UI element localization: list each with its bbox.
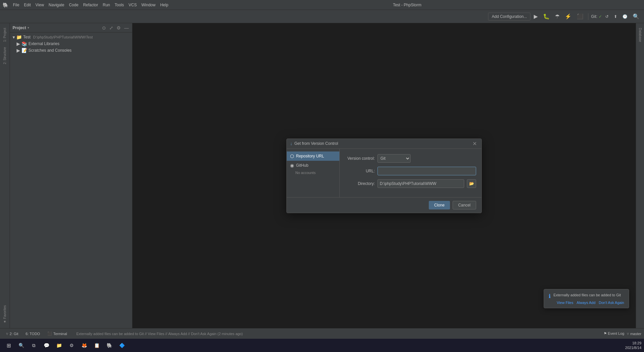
git-history-button[interactable]: 🕐 <box>620 13 629 20</box>
url-label: URL: <box>345 169 375 173</box>
always-add-link[interactable]: Always Add <box>576 301 595 305</box>
search-button[interactable]: 🔍 <box>15 340 27 351</box>
panel-close-button[interactable]: — <box>124 25 129 31</box>
database-panel-label[interactable]: Database <box>638 26 643 44</box>
bottom-tabs-bar: ⑂ 2: Git 6: TODO ⬛ Terminal Externally a… <box>0 328 644 339</box>
terminal-tab[interactable]: ⬛ Terminal <box>44 330 71 337</box>
notification-header: ℹ Externally added files can be added to… <box>549 293 624 299</box>
build-button[interactable]: ⬛ <box>575 12 585 21</box>
project-title-arrow[interactable]: ▾ <box>27 26 29 29</box>
panel-settings-button[interactable]: ⚙ <box>116 25 122 31</box>
start-button[interactable]: ⊞ <box>3 340 15 351</box>
coverage-button[interactable]: ☂ <box>553 12 562 21</box>
menu-navigate[interactable]: Navigate <box>47 2 66 8</box>
tree-item-test[interactable]: ▾ 📁 Test D:\phpStudy\PHPTutorial\WWW\Tes… <box>10 34 132 40</box>
url-row: URL: <box>345 167 476 175</box>
sidebar-item-favorites[interactable]: ★ Favorites <box>2 303 7 325</box>
time-display: 18:29 <box>625 341 641 345</box>
dialog-nav-repository-url[interactable]: ⬡ Repository URL <box>287 151 339 161</box>
taskbar-explorer[interactable]: 📁 <box>53 340 65 351</box>
taskbar-another-app[interactable]: 🔷 <box>116 340 128 351</box>
add-configuration-button[interactable]: Add Configuration... <box>488 13 530 21</box>
menu-vcs[interactable]: VCS <box>126 2 139 8</box>
tree-item-external-libraries[interactable]: ▶ 📚 External Libraries <box>10 40 132 47</box>
test-folder-icon: 📁 <box>16 34 22 40</box>
directory-label: Directory: <box>345 181 375 186</box>
dont-ask-again-link[interactable]: Don't Ask Again <box>599 301 624 305</box>
sidebar-item-structure[interactable]: 2: Structure <box>2 45 7 66</box>
debug-button[interactable]: 🐛 <box>541 12 552 21</box>
taskbar-firefox[interactable]: 🦊 <box>78 340 90 351</box>
profile-button[interactable]: ⚡ <box>563 12 573 21</box>
branch-name: master <box>630 332 641 336</box>
git-tab-label: 2: Git <box>10 332 18 336</box>
panel-expand-button[interactable]: ⤢ <box>109 25 114 31</box>
dialog-body: ⬡ Repository URL ◉ GitHub No accounts <box>287 149 481 197</box>
search-everywhere-button[interactable]: 🔍 <box>631 12 641 21</box>
url-input[interactable] <box>377 167 476 175</box>
branch-icon: ⑂ <box>627 332 629 336</box>
scratches-icon: 📝 <box>22 48 27 53</box>
main-layout: 1: Project 2: Structure ★ Favorites Proj… <box>0 23 644 328</box>
cancel-button[interactable]: Cancel <box>453 201 476 209</box>
menu-help[interactable]: Help <box>158 2 171 8</box>
master-branch-label[interactable]: ⑂ master <box>627 332 641 336</box>
taskbar-phpstorm[interactable]: 🐘 <box>103 340 115 351</box>
menu-edit[interactable]: Edit <box>22 2 33 8</box>
menu-window[interactable]: Window <box>139 2 158 8</box>
menu-tools[interactable]: Tools <box>113 2 126 8</box>
menu-code[interactable]: Code <box>67 2 80 8</box>
status-message: Externally added files can be added to G… <box>76 332 243 336</box>
test-folder-path: D:\phpStudy\PHPTutorial\WWW\Test <box>33 35 93 39</box>
clone-button[interactable]: Clone <box>429 201 450 209</box>
menu-bar: File Edit View Navigate Code Refactor Ru… <box>11 2 170 8</box>
dialog-footer: Clone Cancel <box>287 197 481 213</box>
dialog-overlay: ↓ Get from Version Control ✕ ⬡ Repositor… <box>132 23 636 328</box>
terminal-icon: ⬛ <box>47 331 52 336</box>
panel-sync-button[interactable]: ⊙ <box>101 25 107 31</box>
scratches-label: Scratches and Consoles <box>28 48 72 53</box>
directory-input[interactable]: D:\phpStudy\PHPTutorial\WWW <box>377 179 464 188</box>
taskbar-settings[interactable]: ⚙ <box>66 340 77 351</box>
git-update-button[interactable]: ↺ <box>603 13 611 20</box>
menu-run[interactable]: Run <box>101 2 112 8</box>
todo-tab-label: 6: TODO <box>25 332 40 336</box>
project-tree: ▾ 📁 Test D:\phpStudy\PHPTutorial\WWW\Tes… <box>10 32 132 328</box>
taskbar-notes[interactable]: 📋 <box>91 340 103 351</box>
menu-refactor[interactable]: Refactor <box>81 2 100 8</box>
window-title: Test - PhpStorm <box>173 3 641 7</box>
dialog-nav-github[interactable]: ◉ GitHub <box>287 161 339 170</box>
event-log-label[interactable]: ⚑ Event Log <box>604 331 624 336</box>
run-button[interactable]: ▶ <box>532 12 540 21</box>
left-sidebar-strip: 1: Project 2: Structure ★ Favorites <box>0 23 10 328</box>
taskview-button[interactable]: ⧉ <box>28 340 40 351</box>
library-icon: 📚 <box>22 41 27 46</box>
git-check-icon: ✓ <box>599 14 602 19</box>
dialog-close-button[interactable]: ✕ <box>471 140 478 147</box>
git-label: Git: <box>591 14 597 19</box>
taskbar-clock: 18:29 2021/8/14 <box>625 341 641 350</box>
notification-toast: ℹ Externally added files can be added to… <box>544 289 629 308</box>
directory-browse-button[interactable]: 📂 <box>467 179 476 188</box>
title-bar: 🐘 File Edit View Navigate Code Refactor … <box>0 0 644 10</box>
dialog-title-text: Get from Version Control <box>294 141 338 146</box>
github-label: GitHub <box>296 163 308 168</box>
git-badge: Git: ✓ ↺ ⬆ 🕐 <box>591 13 629 20</box>
get-from-vcs-dialog: ↓ Get from Version Control ✕ ⬡ Repositor… <box>286 139 482 213</box>
version-control-select[interactable]: Git Mercurial Subversion <box>377 154 411 163</box>
github-icon: ◉ <box>290 163 294 168</box>
view-files-link[interactable]: View Files <box>557 301 573 305</box>
menu-view[interactable]: View <box>33 2 46 8</box>
git-tab[interactable]: ⑂ 2: Git <box>3 330 22 337</box>
toolbar: Add Configuration... ▶ 🐛 ☂ ⚡ ⬛ Git: ✓ ↺ … <box>0 10 644 23</box>
date-display: 2021/8/14 <box>625 345 641 350</box>
menu-file[interactable]: File <box>11 2 21 8</box>
git-tab-icon: ⑂ <box>6 332 8 336</box>
sidebar-item-project[interactable]: 1: Project <box>2 26 7 44</box>
dialog-nav-no-accounts: No accounts <box>287 170 339 175</box>
git-push-button[interactable]: ⬆ <box>612 13 619 20</box>
taskbar-chat[interactable]: 💬 <box>40 340 52 351</box>
todo-tab[interactable]: 6: TODO <box>22 330 43 337</box>
tree-item-scratches[interactable]: ▶ 📝 Scratches and Consoles <box>10 47 132 54</box>
app-icon: 🐘 <box>3 2 8 8</box>
